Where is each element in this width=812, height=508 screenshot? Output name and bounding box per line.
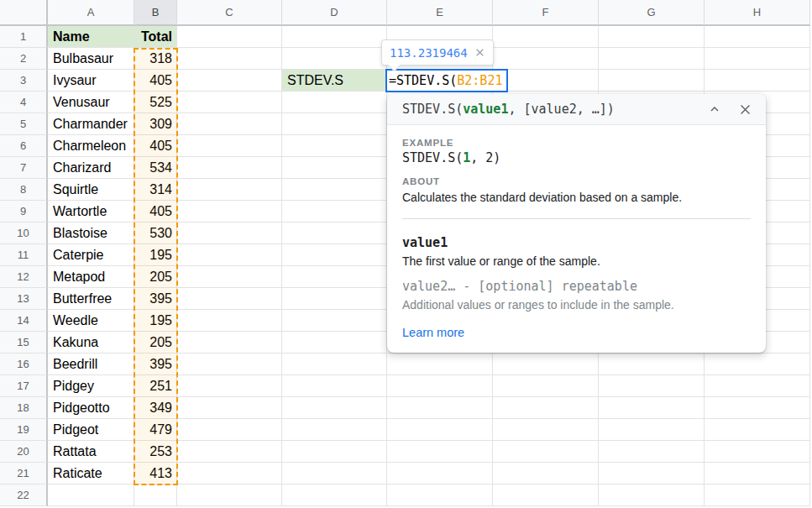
cell-a7[interactable]: Charizard: [48, 157, 134, 179]
cell-f16[interactable]: [493, 354, 599, 375]
cell-e20[interactable]: [387, 441, 493, 463]
cell-b9[interactable]: 405: [134, 201, 177, 223]
cell-h18[interactable]: [705, 397, 810, 419]
column-header-b[interactable]: B: [134, 0, 177, 26]
cell-b15[interactable]: 205: [134, 332, 177, 354]
cell-d13[interactable]: [282, 288, 387, 310]
cell-a2[interactable]: Bulbasaur: [48, 48, 134, 70]
cell-h21[interactable]: [705, 463, 810, 484]
cell-a5[interactable]: Charmander: [48, 113, 134, 135]
cell-a10[interactable]: Blastoise: [48, 223, 134, 244]
row-header-8[interactable]: 8: [0, 179, 48, 201]
cell-c3[interactable]: [177, 70, 282, 92]
cell-c6[interactable]: [177, 135, 282, 157]
row-header-16[interactable]: 16: [0, 354, 48, 375]
row-header-21[interactable]: 21: [0, 463, 48, 484]
cell-g21[interactable]: [599, 463, 705, 484]
row-header-19[interactable]: 19: [0, 419, 48, 441]
cell-g18[interactable]: [599, 397, 705, 419]
cell-b22[interactable]: [134, 484, 177, 506]
cell-d4[interactable]: [282, 92, 387, 113]
cell-h22[interactable]: [705, 484, 810, 506]
select-all-corner[interactable]: [0, 0, 48, 26]
cell-h2[interactable]: [705, 48, 810, 70]
cell-d3[interactable]: STDEV.S: [282, 70, 387, 92]
cell-f3[interactable]: [493, 70, 599, 92]
row-header-14[interactable]: 14: [0, 310, 48, 332]
column-header-c[interactable]: C: [177, 0, 282, 26]
cell-h17[interactable]: [705, 375, 810, 397]
cell-d17[interactable]: [282, 375, 387, 397]
cell-d9[interactable]: [282, 201, 387, 223]
cell-c22[interactable]: [177, 484, 282, 506]
cell-a19[interactable]: Pidgeot: [48, 419, 134, 441]
row-header-13[interactable]: 13: [0, 288, 48, 310]
cell-e17[interactable]: [387, 375, 493, 397]
cell-b3[interactable]: 405: [134, 70, 177, 92]
cell-a4[interactable]: Venusaur: [48, 92, 134, 113]
cell-h1[interactable]: [705, 26, 810, 48]
cell-c18[interactable]: [177, 397, 282, 419]
cell-c21[interactable]: [177, 463, 282, 484]
row-header-4[interactable]: 4: [0, 92, 48, 113]
cell-a15[interactable]: Kakuna: [48, 332, 134, 354]
cell-b21[interactable]: 413: [134, 463, 177, 484]
column-header-d[interactable]: D: [282, 0, 387, 26]
cell-d5[interactable]: [282, 113, 387, 135]
cell-f21[interactable]: [493, 463, 599, 484]
row-header-10[interactable]: 10: [0, 223, 48, 244]
cell-d20[interactable]: [282, 441, 387, 463]
cell-h16[interactable]: [705, 354, 810, 375]
cell-d16[interactable]: [282, 354, 387, 375]
cell-g2[interactable]: [599, 48, 705, 70]
cell-c4[interactable]: [177, 92, 282, 113]
cell-b8[interactable]: 314: [134, 179, 177, 201]
cell-f22[interactable]: [493, 484, 599, 506]
row-header-12[interactable]: 12: [0, 266, 48, 288]
cell-a18[interactable]: Pidgeotto: [48, 397, 134, 419]
cell-b11[interactable]: 195: [134, 244, 177, 266]
cell-d7[interactable]: [282, 157, 387, 179]
cell-e18[interactable]: [387, 397, 493, 419]
cell-b19[interactable]: 479: [134, 419, 177, 441]
cell-b10[interactable]: 530: [134, 223, 177, 244]
cell-g1[interactable]: [599, 26, 705, 48]
close-icon[interactable]: [738, 102, 752, 117]
cell-f20[interactable]: [493, 441, 599, 463]
cell-c10[interactable]: [177, 223, 282, 244]
cell-c16[interactable]: [177, 354, 282, 375]
cell-c5[interactable]: [177, 113, 282, 135]
cell-d18[interactable]: [282, 397, 387, 419]
row-header-7[interactable]: 7: [0, 157, 48, 179]
cell-b12[interactable]: 205: [134, 266, 177, 288]
cell-f1[interactable]: [493, 26, 599, 48]
cell-g19[interactable]: [599, 419, 705, 441]
column-header-f[interactable]: F: [493, 0, 599, 26]
cell-c9[interactable]: [177, 201, 282, 223]
cell-c1[interactable]: [177, 26, 282, 48]
learn-more-link[interactable]: Learn more: [402, 326, 464, 339]
cell-a3[interactable]: Ivysaur: [48, 70, 134, 92]
cell-b1[interactable]: Total: [134, 26, 177, 48]
cell-b2[interactable]: 318: [134, 48, 177, 70]
column-header-h[interactable]: H: [705, 0, 810, 26]
cell-g17[interactable]: [599, 375, 705, 397]
cell-d22[interactable]: [282, 484, 387, 506]
cell-d11[interactable]: [282, 244, 387, 266]
row-header-5[interactable]: 5: [0, 113, 48, 135]
cell-d19[interactable]: [282, 419, 387, 441]
cell-d6[interactable]: [282, 135, 387, 157]
cell-a8[interactable]: Squirtle: [48, 179, 134, 201]
row-header-9[interactable]: 9: [0, 201, 48, 223]
cell-d12[interactable]: [282, 266, 387, 288]
cell-b7[interactable]: 534: [134, 157, 177, 179]
row-header-2[interactable]: 2: [0, 48, 48, 70]
cell-g22[interactable]: [599, 484, 705, 506]
cell-g3[interactable]: [599, 70, 705, 92]
row-header-17[interactable]: 17: [0, 375, 48, 397]
row-header-3[interactable]: 3: [0, 70, 48, 92]
cell-d21[interactable]: [282, 463, 387, 484]
cell-b14[interactable]: 195: [134, 310, 177, 332]
cell-c20[interactable]: [177, 441, 282, 463]
cell-e22[interactable]: [387, 484, 493, 506]
